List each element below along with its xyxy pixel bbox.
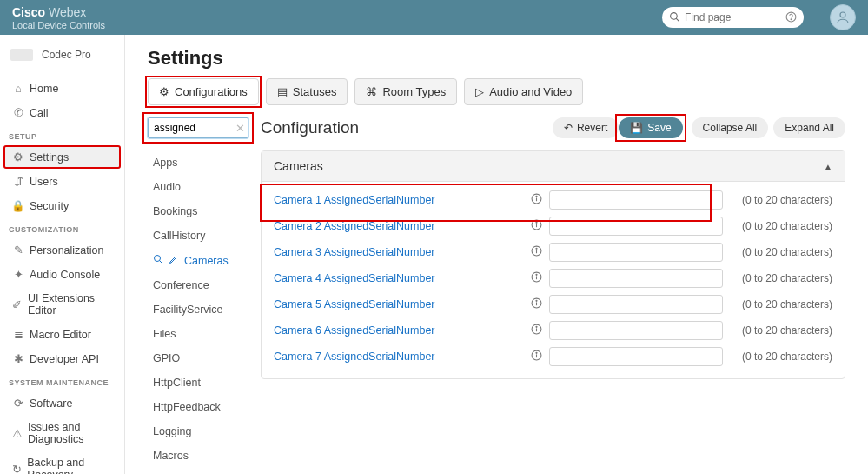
macro-icon: ≣ bbox=[12, 328, 24, 341]
svg-point-18 bbox=[535, 274, 536, 275]
audio-console-icon: ✦ bbox=[12, 268, 24, 281]
config-hint: (0 to 20 characters) bbox=[728, 220, 832, 232]
call-icon: ✆ bbox=[12, 106, 24, 119]
filter-item-macros[interactable]: Macros bbox=[148, 444, 248, 468]
room-types-icon: ⌘ bbox=[366, 85, 377, 98]
config-hint: (0 to 20 characters) bbox=[728, 298, 832, 310]
info-icon[interactable] bbox=[528, 297, 544, 311]
settings-icon: ⚙ bbox=[12, 150, 24, 164]
config-input[interactable] bbox=[549, 321, 723, 340]
filter-item-bookings[interactable]: Bookings bbox=[148, 199, 248, 224]
svg-point-4 bbox=[840, 12, 845, 17]
filter-search: ✕ bbox=[148, 117, 248, 138]
config-link[interactable]: Camera 4 AssignedSerialNumber bbox=[274, 272, 523, 284]
config-input[interactable] bbox=[549, 190, 723, 210]
config-input[interactable] bbox=[549, 243, 723, 262]
config-hint: (0 to 20 characters) bbox=[728, 272, 832, 284]
close-icon[interactable]: ✕ bbox=[235, 122, 245, 135]
tab-label: Configurations bbox=[175, 85, 248, 98]
filter-item-cameras[interactable]: Cameras bbox=[148, 248, 248, 273]
sidebar-item-personalization[interactable]: ✎Personalization bbox=[3, 238, 121, 262]
config-panel: Configuration ↶ Revert 💾 Save Collapse A… bbox=[261, 117, 845, 474]
sidebar-item-label: Security bbox=[30, 200, 69, 212]
expand-all-button[interactable]: Expand All bbox=[773, 117, 845, 138]
config-row: Camera 1 AssignedSerialNumber (0 to 20 c… bbox=[274, 187, 832, 213]
save-icon: 💾 bbox=[630, 122, 643, 134]
sidebar-item-backup[interactable]: ↻Backup and Recovery bbox=[3, 451, 121, 474]
filter-item-httpfeedback[interactable]: HttpFeedback bbox=[148, 395, 248, 419]
topbar: Cisco Webex Local Device Controls bbox=[0, 0, 868, 35]
configurations-icon: ⚙ bbox=[159, 85, 169, 98]
filter-item-apps[interactable]: Apps bbox=[148, 150, 248, 175]
sidebar-item-security[interactable]: 🔒Security bbox=[3, 194, 121, 217]
config-link[interactable]: Camera 6 AssignedSerialNumber bbox=[274, 324, 523, 337]
home-icon: ⌂ bbox=[12, 83, 24, 95]
filter-item-httpclient[interactable]: HttpClient bbox=[148, 371, 248, 395]
revert-icon: ↶ bbox=[564, 122, 573, 134]
info-icon[interactable] bbox=[528, 271, 544, 285]
info-icon[interactable] bbox=[528, 350, 544, 364]
device-thumb-icon bbox=[10, 49, 33, 61]
section-title: Cameras bbox=[274, 159, 323, 173]
save-button[interactable]: 💾 Save bbox=[619, 117, 682, 138]
config-input[interactable] bbox=[549, 295, 723, 314]
svg-point-27 bbox=[535, 352, 536, 353]
sidebar-item-call[interactable]: ✆Call bbox=[3, 101, 121, 124]
sidebar-item-label: Audio Console bbox=[30, 269, 100, 281]
config-hint: (0 to 20 characters) bbox=[728, 194, 832, 206]
config-input[interactable] bbox=[549, 269, 723, 288]
config-input[interactable] bbox=[549, 217, 723, 236]
svg-point-24 bbox=[535, 326, 536, 327]
sidebar-item-macro[interactable]: ≣Macro Editor bbox=[3, 323, 121, 346]
sidebar-item-settings[interactable]: ⚙Settings bbox=[3, 145, 121, 169]
config-input[interactable] bbox=[549, 347, 723, 366]
sidebar-item-api[interactable]: ✱Developer API bbox=[3, 347, 121, 371]
api-icon: ✱ bbox=[12, 352, 24, 365]
sidebar-item-users[interactable]: ⇵Users bbox=[3, 170, 121, 193]
info-icon[interactable] bbox=[528, 245, 544, 259]
filter-item-files[interactable]: Files bbox=[148, 322, 248, 346]
config-link[interactable]: Camera 3 AssignedSerialNumber bbox=[274, 246, 523, 258]
filter-item-gpio[interactable]: GPIO bbox=[148, 346, 248, 371]
config-link[interactable]: Camera 7 AssignedSerialNumber bbox=[274, 350, 523, 363]
filter-item-microsoftteams[interactable]: MicrosoftTeams bbox=[148, 468, 248, 474]
tabs: ⚙Configurations▤Statuses⌘Room Types▷Audi… bbox=[148, 78, 845, 105]
nav-section-header: CUSTOMIZATION bbox=[0, 218, 124, 237]
filter-item-logging[interactable]: Logging bbox=[148, 419, 248, 444]
filter-item-callhistory[interactable]: CallHistory bbox=[148, 224, 248, 248]
filter-input[interactable] bbox=[148, 117, 248, 138]
config-link[interactable]: Camera 2 AssignedSerialNumber bbox=[274, 220, 523, 232]
svg-line-1 bbox=[676, 18, 679, 21]
filter-item-facilityservice[interactable]: FacilityService bbox=[148, 297, 248, 322]
search-input[interactable] bbox=[662, 7, 804, 28]
collapse-all-button[interactable]: Collapse All bbox=[692, 117, 769, 138]
info-icon[interactable] bbox=[528, 219, 544, 233]
svg-point-21 bbox=[535, 300, 536, 301]
tab-room-types[interactable]: ⌘Room Types bbox=[354, 78, 457, 105]
sidebar-item-audio-console[interactable]: ✦Audio Console bbox=[3, 263, 121, 286]
avatar[interactable] bbox=[830, 4, 856, 30]
tab-statuses[interactable]: ▤Statuses bbox=[266, 78, 348, 105]
config-link[interactable]: Camera 1 AssignedSerialNumber bbox=[274, 194, 523, 206]
filter-item-audio[interactable]: Audio bbox=[148, 175, 248, 199]
filter-item-conference[interactable]: Conference bbox=[148, 273, 248, 297]
sidebar-item-software[interactable]: ⟳Software bbox=[3, 391, 121, 415]
sidebar-item-home[interactable]: ⌂Home bbox=[3, 77, 121, 100]
info-icon[interactable] bbox=[528, 324, 544, 337]
info-icon[interactable] bbox=[528, 193, 544, 207]
sidebar-item-issues[interactable]: ⚠Issues and Diagnostics bbox=[3, 416, 121, 451]
svg-point-3 bbox=[791, 19, 792, 20]
config-link[interactable]: Camera 5 AssignedSerialNumber bbox=[274, 298, 523, 310]
nav-section-header: SETUP bbox=[0, 125, 124, 144]
backup-icon: ↻ bbox=[12, 463, 22, 475]
tab-audio-video[interactable]: ▷Audio and Video bbox=[464, 78, 583, 105]
sidebar-item-ui-ext[interactable]: ✐UI Extensions Editor bbox=[3, 287, 121, 322]
config-hint: (0 to 20 characters) bbox=[728, 324, 832, 337]
main: Settings ⚙Configurations▤Statuses⌘Room T… bbox=[125, 35, 868, 474]
tab-configurations[interactable]: ⚙Configurations bbox=[148, 78, 259, 105]
revert-button[interactable]: ↶ Revert bbox=[553, 117, 619, 138]
help-icon[interactable] bbox=[785, 11, 797, 25]
sidebar-item-label: Backup and Recovery bbox=[27, 457, 112, 474]
search-icon bbox=[153, 254, 163, 267]
accordion-header[interactable]: Cameras ▲ bbox=[262, 151, 845, 182]
